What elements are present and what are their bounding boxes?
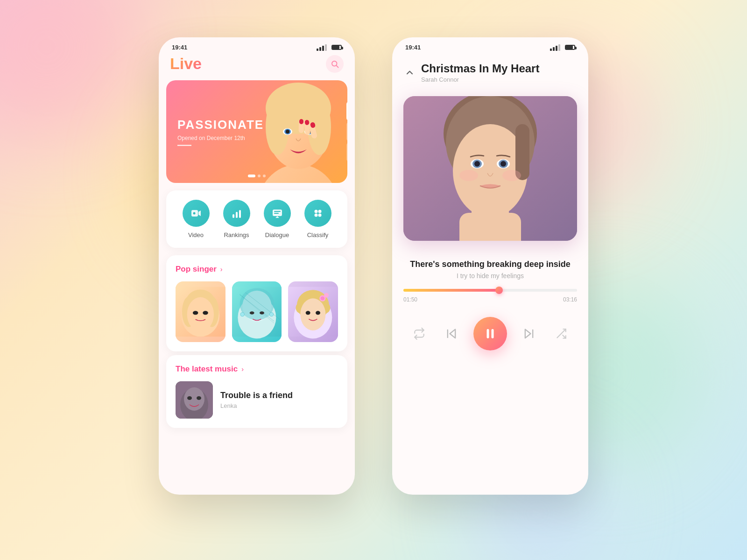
pop-singer-header: Pop singer › xyxy=(176,265,338,274)
svg-point-29 xyxy=(314,210,317,213)
svg-marker-90 xyxy=(525,329,531,338)
player-controls xyxy=(392,303,588,364)
progress-thumb[interactable] xyxy=(495,287,503,294)
video-label: Video xyxy=(188,231,204,238)
banner-dots xyxy=(248,175,266,177)
svg-point-60 xyxy=(301,298,326,330)
svg-point-83 xyxy=(502,170,521,181)
svg-marker-20 xyxy=(198,210,201,216)
album-art xyxy=(403,96,577,241)
hero-image xyxy=(249,80,347,183)
svg-point-39 xyxy=(193,311,198,315)
svg-rect-88 xyxy=(486,329,489,338)
back-button[interactable] xyxy=(402,68,415,78)
lyrics-block: There's something breaking deep inside I… xyxy=(392,250,588,289)
svg-line-1 xyxy=(336,65,338,67)
singer-card-2[interactable] xyxy=(232,281,282,342)
lyric-main: There's something breaking deep inside xyxy=(403,259,577,269)
hero-banner[interactable]: PASSIONATE Opened on December 12th xyxy=(166,80,347,183)
svg-point-82 xyxy=(459,170,478,181)
player-header: Christmas In My Heart Sarah Connor xyxy=(392,55,588,87)
svg-point-31 xyxy=(314,214,317,217)
left-status-icons xyxy=(317,44,342,51)
live-header: Live xyxy=(159,55,355,80)
svg-point-5 xyxy=(266,99,289,155)
singers-row xyxy=(176,281,338,342)
time-total: 03:16 xyxy=(563,296,577,303)
hero-line xyxy=(177,145,191,146)
music-item-1[interactable]: Trouble is a friend Lenka xyxy=(176,381,338,419)
right-time: 19:41 xyxy=(405,44,421,51)
signal-icon xyxy=(317,44,327,51)
side-tabs xyxy=(346,102,347,161)
svg-point-62 xyxy=(321,296,324,300)
svg-point-70 xyxy=(197,396,201,400)
svg-rect-18 xyxy=(299,119,303,124)
right-status-icons xyxy=(550,44,575,51)
shuffle-button[interactable] xyxy=(551,323,571,344)
svg-marker-86 xyxy=(450,329,456,338)
dialogue-icon xyxy=(264,200,291,227)
prev-button[interactable] xyxy=(441,323,462,344)
svg-point-50 xyxy=(249,311,254,315)
svg-point-78 xyxy=(474,161,480,167)
search-button[interactable] xyxy=(326,55,344,73)
category-video[interactable]: Video xyxy=(183,200,210,238)
category-dialogue[interactable]: Dialogue xyxy=(264,200,291,238)
latest-music-arrow[interactable]: › xyxy=(241,365,244,373)
singer-card-1[interactable] xyxy=(176,281,226,342)
category-rankings[interactable]: Rankings xyxy=(223,200,250,238)
live-title: Live xyxy=(170,55,202,73)
classify-icon xyxy=(304,200,331,227)
svg-point-48 xyxy=(240,313,244,316)
left-phone: 19:41 Live xyxy=(159,37,355,495)
phones-container: 19:41 Live xyxy=(0,37,747,495)
svg-point-30 xyxy=(318,210,321,213)
video-icon xyxy=(183,200,210,227)
svg-point-65 xyxy=(316,311,320,315)
player-title-block: Christmas In My Heart Sarah Connor xyxy=(421,62,539,83)
svg-rect-89 xyxy=(491,329,493,338)
right-status-bar: 19:41 xyxy=(392,37,588,55)
svg-rect-85 xyxy=(472,206,509,224)
time-current: 01:50 xyxy=(403,296,417,303)
rankings-icon xyxy=(223,200,250,227)
left-status-bar: 19:41 xyxy=(159,37,355,55)
svg-point-69 xyxy=(187,396,192,400)
progress-block: 01:50 03:16 xyxy=(392,289,588,303)
music-title-1: Trouble is a friend xyxy=(220,391,338,400)
svg-point-68 xyxy=(184,387,204,411)
next-button[interactable] xyxy=(519,323,539,344)
svg-point-63 xyxy=(324,293,329,298)
svg-rect-22 xyxy=(233,214,234,218)
left-time: 19:41 xyxy=(172,44,187,51)
latest-music-title: The latest music xyxy=(176,364,238,374)
music-thumbnail-1 xyxy=(176,381,213,419)
svg-rect-24 xyxy=(239,210,241,218)
time-row: 01:50 03:16 xyxy=(403,296,577,303)
lyric-sub: I try to hide my feelings xyxy=(403,272,577,280)
svg-point-64 xyxy=(306,311,310,315)
svg-point-81 xyxy=(500,161,506,167)
svg-point-32 xyxy=(318,214,321,217)
latest-music-section: The latest music › Trouble is a friend xyxy=(166,355,347,428)
pop-singer-section: Pop singer › xyxy=(166,255,347,351)
category-classify[interactable]: Classify xyxy=(304,200,331,238)
progress-bar[interactable] xyxy=(403,289,577,292)
music-info-1: Trouble is a friend Lenka xyxy=(220,391,338,409)
categories-section: Video Rankings xyxy=(166,190,347,248)
right-signal-icon xyxy=(550,44,560,51)
pop-singer-arrow[interactable]: › xyxy=(220,266,223,273)
progress-fill xyxy=(403,289,499,292)
dialogue-label: Dialogue xyxy=(265,231,289,238)
latest-music-header: The latest music › xyxy=(176,364,338,374)
pop-singer-title: Pop singer xyxy=(176,265,217,274)
svg-point-40 xyxy=(203,311,208,315)
singer-card-3[interactable] xyxy=(288,281,338,342)
svg-point-51 xyxy=(260,311,264,315)
right-phone: 19:41 Christmas In My xyxy=(392,37,588,495)
svg-point-49 xyxy=(269,313,273,316)
pause-button[interactable] xyxy=(473,317,507,350)
right-battery-icon xyxy=(565,45,575,50)
repeat-button[interactable] xyxy=(409,323,430,344)
